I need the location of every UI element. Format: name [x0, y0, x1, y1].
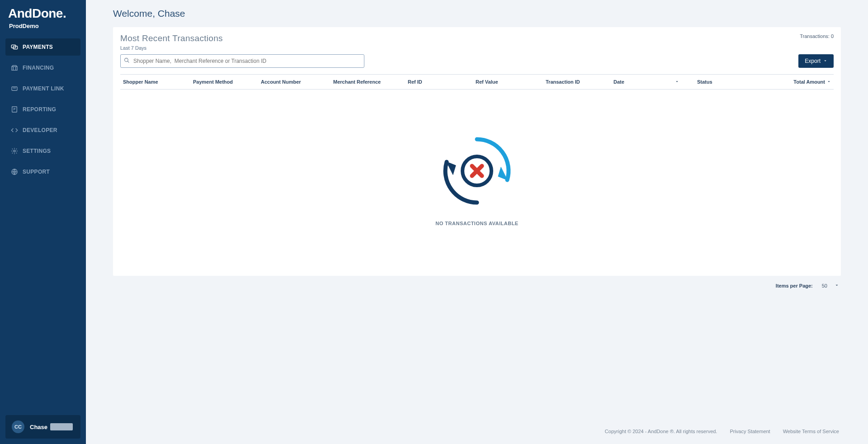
export-button[interactable]: Export — [798, 54, 834, 68]
settings-icon — [11, 147, 18, 155]
search-container — [120, 54, 364, 68]
sidebar-item-support[interactable]: SUPPORT — [5, 163, 80, 180]
sort-icon — [827, 79, 831, 85]
col-ref-id[interactable]: Ref ID — [408, 79, 476, 85]
transactions-count: Transactions: 0 — [800, 33, 834, 39]
link-icon — [11, 85, 18, 92]
svg-point-6 — [14, 150, 15, 152]
tenant-name: ProdDemo — [0, 23, 86, 38]
user-name: Chase — [30, 424, 47, 430]
nav-label: PAYMENTS — [23, 44, 53, 50]
svg-rect-3 — [12, 87, 17, 90]
pager: Items per Page: 50 — [113, 276, 841, 296]
col-total-label: Total Amount — [793, 79, 825, 85]
empty-state-text: NO TRANSACTIONS AVAILABLE — [435, 221, 518, 226]
svg-text:P: P — [14, 108, 16, 111]
empty-state-icon — [429, 130, 524, 213]
sidebar-item-settings[interactable]: SETTINGS — [5, 142, 80, 160]
nav-label: REPORTING — [23, 106, 56, 113]
col-transaction-id[interactable]: Transaction ID — [546, 79, 613, 85]
search-input[interactable] — [120, 54, 364, 68]
svg-point-8 — [125, 58, 128, 62]
page-footer: Copyright © 2024 - AndDone ®. All rights… — [113, 420, 841, 444]
col-date[interactable]: Date — [613, 79, 697, 85]
developer-icon — [11, 127, 18, 134]
nav-label: DEVELOPER — [23, 127, 57, 133]
col-shopper-name[interactable]: Shopper Name — [123, 79, 193, 85]
support-icon — [11, 168, 18, 175]
export-label: Export — [805, 58, 821, 64]
nav-label: SETTINGS — [23, 148, 51, 154]
col-account-number[interactable]: Account Number — [261, 79, 333, 85]
sidebar-item-reporting[interactable]: P REPORTING — [5, 101, 80, 118]
payments-icon — [11, 43, 18, 51]
card-title: Most Recent Transactions — [120, 33, 223, 43]
col-date-label: Date — [613, 79, 624, 85]
chevron-down-icon — [823, 58, 827, 64]
col-ref-value[interactable]: Ref Value — [476, 79, 546, 85]
pager-label: Items per Page: — [776, 283, 813, 288]
table-header: Shopper Name Payment Method Account Numb… — [120, 74, 834, 90]
avatar: CC — [12, 420, 24, 433]
reporting-icon: P — [11, 106, 18, 113]
search-icon — [124, 57, 130, 65]
empty-state: NO TRANSACTIONS AVAILABLE — [120, 90, 834, 276]
svg-rect-2 — [12, 66, 17, 70]
sidebar: AndDone. ProdDemo PAYMENTS FINANCING PAY… — [0, 0, 86, 444]
col-merchant-reference[interactable]: Merchant Reference — [333, 79, 408, 85]
pager-select[interactable]: 50 — [822, 283, 839, 288]
sidebar-nav: PAYMENTS FINANCING PAYMENT LINK P REPORT… — [0, 38, 86, 410]
pager-value: 50 — [822, 283, 827, 288]
footer-link-privacy[interactable]: Privacy Statement — [730, 429, 770, 434]
user-chip[interactable]: CC Chase — [5, 415, 80, 439]
brand-logo: AndDone. — [0, 0, 86, 23]
page-title: Welcome, Chase — [113, 8, 841, 19]
nav-label: PAYMENT LINK — [23, 85, 64, 92]
main-content: Welcome, Chase Most Recent Transactions … — [86, 0, 868, 444]
footer-copyright: Copyright © 2024 - AndDone ®. All rights… — [605, 429, 717, 434]
financing-icon — [11, 64, 18, 71]
sidebar-item-financing[interactable]: FINANCING — [5, 59, 80, 76]
chevron-down-icon — [835, 283, 839, 288]
nav-label: SUPPORT — [23, 169, 50, 175]
footer-link-terms[interactable]: Website Terms of Service — [783, 429, 839, 434]
redacted-surname — [50, 423, 73, 430]
svg-line-9 — [127, 61, 129, 62]
sort-desc-icon — [675, 79, 679, 85]
nav-label: FINANCING — [23, 65, 54, 71]
col-status[interactable]: Status — [697, 79, 772, 85]
col-payment-method[interactable]: Payment Method — [193, 79, 261, 85]
sidebar-item-developer[interactable]: DEVELOPER — [5, 122, 80, 139]
transactions-card: Most Recent Transactions Last 7 Days Tra… — [113, 27, 841, 276]
sidebar-item-payments[interactable]: PAYMENTS — [5, 38, 80, 56]
card-subtitle: Last 7 Days — [120, 45, 223, 51]
col-total-amount[interactable]: Total Amount — [772, 79, 831, 85]
sidebar-item-payment-link[interactable]: PAYMENT LINK — [5, 80, 80, 97]
